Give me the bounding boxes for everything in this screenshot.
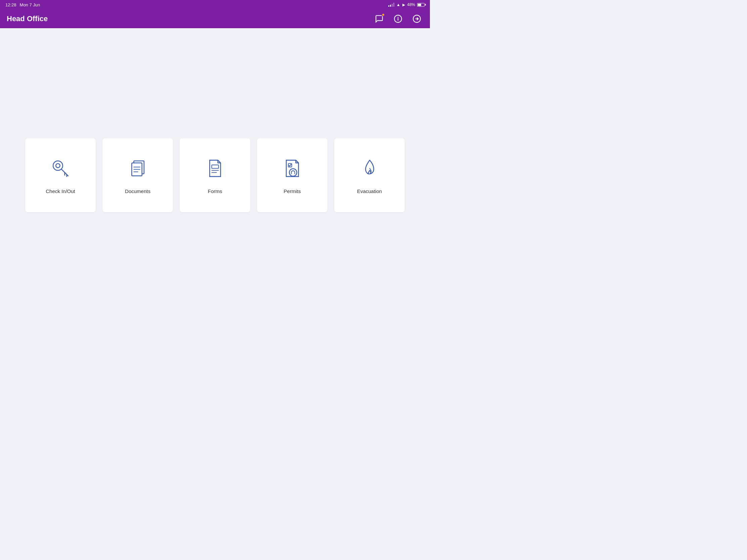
key-icon	[49, 157, 72, 180]
page-title: Head Office	[7, 15, 48, 23]
status-bar-right: ▲ ▶ 48%	[388, 2, 424, 7]
documents-icon	[126, 157, 150, 180]
forms-icon	[203, 157, 227, 180]
chat-button[interactable]	[373, 12, 386, 25]
main-content: Check In/Out Documents Forms	[0, 28, 430, 322]
status-date: Mon 7 Jun	[20, 2, 40, 7]
header: Head Office	[0, 9, 430, 28]
card-evacuation[interactable]: Evacuation	[334, 138, 405, 212]
card-permits[interactable]: Permits	[257, 138, 328, 212]
card-check-in-out[interactable]: Check In/Out	[25, 138, 96, 212]
signal-bars-icon	[388, 3, 394, 7]
info-button[interactable]	[392, 12, 405, 25]
header-icons	[373, 12, 423, 25]
battery-icon	[417, 3, 424, 7]
card-evacuation-label: Evacuation	[357, 188, 382, 194]
card-documents[interactable]: Documents	[102, 138, 173, 212]
card-forms[interactable]: Forms	[180, 138, 250, 212]
permits-icon	[280, 157, 304, 180]
location-icon: ▶	[403, 3, 405, 7]
card-check-in-out-label: Check In/Out	[46, 188, 75, 194]
logout-button[interactable]	[410, 12, 423, 25]
battery-percent: 48%	[407, 2, 415, 7]
notification-dot	[382, 13, 385, 17]
card-forms-label: Forms	[208, 188, 222, 194]
cards-row: Check In/Out Documents Forms	[12, 138, 418, 212]
status-time: 12:28	[5, 2, 17, 7]
card-documents-label: Documents	[125, 188, 151, 194]
svg-point-6	[56, 163, 60, 167]
evacuation-icon	[358, 157, 381, 180]
wifi-icon: ▲	[396, 2, 401, 7]
status-bar: 12:28 Mon 7 Jun ▲ ▶ 48%	[0, 0, 430, 9]
status-bar-left: 12:28 Mon 7 Jun	[5, 2, 40, 7]
card-permits-label: Permits	[284, 188, 301, 194]
